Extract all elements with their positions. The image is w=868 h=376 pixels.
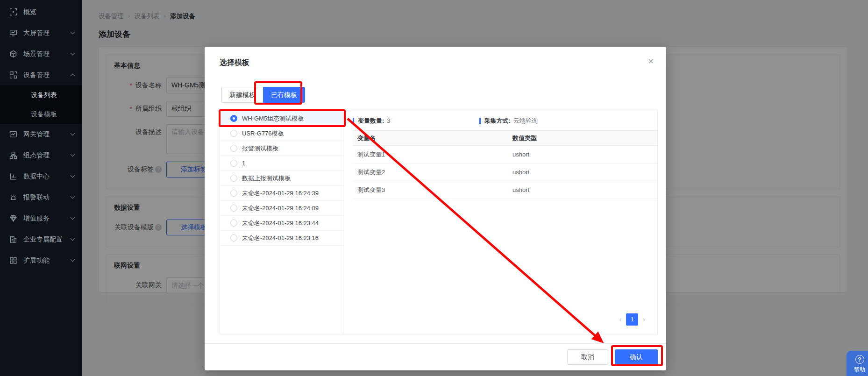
sidebar-item-label: 报警联动	[23, 193, 71, 202]
sidebar-item-enterprise-config[interactable]: 企业专属配置	[0, 229, 82, 250]
pagination: ‹ 1 ›	[619, 313, 645, 326]
sidebar-item-label: 增值服务	[23, 214, 71, 223]
cancel-button[interactable]: 取消	[567, 349, 608, 365]
chevron-down-icon	[71, 257, 75, 262]
template-option[interactable]: 未命名-2024-01-29 16:24:09	[220, 201, 343, 216]
chevron-down-icon	[71, 152, 75, 157]
alarm-icon	[9, 193, 17, 201]
sidebar-item-label: 概览	[23, 8, 74, 16]
sidebar-item-label: 扩展功能	[23, 256, 71, 265]
chevron-down-icon	[71, 236, 75, 241]
scene-icon	[9, 50, 17, 58]
stat-bar-icon	[479, 118, 481, 124]
sidebar-item-device-template[interactable]: 设备模板	[0, 105, 82, 124]
template-option[interactable]: 未命名-2024-01-29 16:23:44	[220, 216, 343, 231]
radio-icon[interactable]	[230, 220, 237, 227]
sidebar-item-screen-mgmt[interactable]: 大屏管理	[0, 22, 82, 43]
stat-value: 3	[387, 117, 390, 124]
tab-new-template[interactable]: 新建模板	[221, 87, 263, 103]
confirm-button[interactable]: 确认	[615, 349, 658, 365]
sidebar-item-device-list[interactable]: 设备列表	[0, 85, 82, 105]
radio-icon[interactable]	[230, 175, 237, 182]
variable-count-stat: 变量数量: 3	[353, 117, 391, 125]
sidebar-item-label: 数据中心	[23, 172, 71, 181]
template-option-label: 未命名-2024-01-29 16:23:16	[242, 234, 319, 242]
radio-selected-icon[interactable]	[230, 115, 237, 122]
chevron-down-icon	[71, 215, 75, 220]
scada-icon	[9, 151, 17, 159]
device-icon	[9, 71, 17, 79]
radio-icon[interactable]	[230, 160, 237, 167]
template-option-label: 1	[242, 160, 245, 167]
template-option-label: 未命名-2024-01-29 16:23:44	[242, 219, 319, 227]
grid-icon	[9, 256, 17, 264]
stat-bar-icon	[353, 118, 354, 124]
template-option-label: 未命名-2024-01-29 16:24:39	[242, 189, 319, 198]
sidebar-item-label: 设备管理	[23, 71, 71, 79]
help-label: 帮助	[854, 366, 865, 374]
template-option-label: 报警测试模板	[242, 144, 278, 153]
sidebar-item-scene-mgmt[interactable]: 场景管理	[0, 43, 82, 64]
sidebar-item-label: 场景管理	[23, 50, 71, 58]
radio-icon[interactable]	[230, 234, 237, 241]
template-option-label: USR-G776模板	[242, 129, 284, 138]
template-option[interactable]: 未命名-2024-01-29 16:23:16	[220, 231, 343, 246]
template-list: WH-GM5组态测试模板 USR-G776模板 报警测试模板 1 数据上报测试模…	[220, 111, 343, 334]
sidebar-item-label: 大屏管理	[23, 29, 71, 37]
data-center-icon	[9, 172, 17, 180]
radio-icon[interactable]	[230, 145, 237, 152]
column-header-name: 变量名	[353, 134, 512, 142]
modal-footer: 取消 确认	[205, 343, 666, 370]
device-mgmt-submenu: 设备列表 设备模板	[0, 85, 82, 124]
variable-type-cell: ushort	[512, 186, 657, 193]
template-option[interactable]: USR-G776模板	[220, 126, 343, 141]
diamond-icon	[9, 214, 17, 222]
sidebar-item-extensions[interactable]: 扩展功能	[0, 250, 82, 271]
help-question-icon: ?	[855, 355, 864, 364]
chevron-up-icon	[71, 74, 75, 78]
sidebar-item-data-center[interactable]: 数据中心	[0, 166, 82, 187]
sidebar-item-label: 企业专属配置	[23, 235, 71, 244]
template-option-label: 未命名-2024-01-29 16:24:09	[242, 204, 319, 213]
sidebar-item-label: 组态管理	[23, 151, 71, 160]
page-number[interactable]: 1	[626, 313, 638, 326]
sidebar-item-gateway-mgmt[interactable]: 网关管理	[0, 124, 82, 145]
template-option[interactable]: 报警测试模板	[220, 141, 343, 156]
template-option[interactable]: 1	[220, 156, 343, 171]
chevron-down-icon	[71, 30, 75, 35]
collect-mode-stat: 采集方式: 云端轮询	[479, 117, 538, 125]
template-option[interactable]: 数据上报测试模板	[220, 171, 343, 186]
sidebar-item-alarm-linkage[interactable]: 报警联动	[0, 187, 82, 208]
tab-existing-template[interactable]: 已有模板	[263, 87, 305, 103]
close-icon[interactable]: ✕	[648, 57, 654, 66]
sidebar: 概览 大屏管理 场景管理 设备管理 设备列表 设备模板 网关管理 组态	[0, 0, 82, 376]
sidebar-item-overview[interactable]: 概览	[0, 1, 82, 22]
stat-label: 采集方式:	[484, 117, 511, 125]
chevron-down-icon	[71, 173, 75, 178]
help-button[interactable]: ? 帮助	[847, 351, 868, 376]
sidebar-item-scada-mgmt[interactable]: 组态管理	[0, 145, 82, 166]
modal-body: WH-GM5组态测试模板 USR-G776模板 报警测试模板 1 数据上报测试模…	[220, 111, 658, 334]
chevron-down-icon	[71, 194, 75, 199]
gateway-icon	[9, 130, 17, 138]
template-option[interactable]: WH-GM5组态测试模板	[220, 111, 343, 126]
sidebar-item-device-mgmt[interactable]: 设备管理	[0, 64, 82, 85]
modal-title: 选择模板	[220, 58, 249, 68]
next-page-button[interactable]: ›	[643, 316, 645, 323]
variable-name-cell: 测试变量1	[353, 150, 512, 159]
building-icon	[9, 235, 17, 243]
table-row: 测试变量1 ushort	[353, 146, 657, 163]
screen-icon	[9, 29, 17, 37]
radio-icon[interactable]	[230, 130, 237, 137]
template-tabs: 新建模板 已有模板	[221, 87, 305, 103]
radio-icon[interactable]	[230, 205, 237, 212]
variable-type-cell: ushort	[512, 169, 657, 176]
variable-type-cell: ushort	[512, 151, 657, 158]
radio-icon[interactable]	[230, 190, 237, 197]
chevron-down-icon	[71, 51, 75, 56]
sidebar-item-value-added[interactable]: 增值服务	[0, 208, 82, 229]
prev-page-button[interactable]: ‹	[619, 316, 622, 323]
template-detail-panel: 变量数量: 3 采集方式: 云端轮询 变量名 数值类型 测试变量1 ushort	[343, 111, 657, 334]
variable-name-cell: 测试变量2	[353, 168, 512, 177]
template-option[interactable]: 未命名-2024-01-29 16:24:39	[220, 186, 343, 201]
